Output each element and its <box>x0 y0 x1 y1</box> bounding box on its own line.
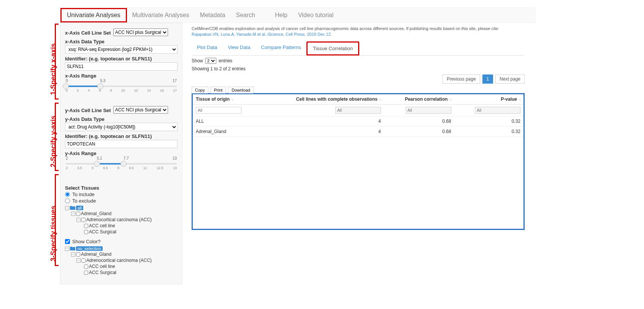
radio-include-input[interactable] <box>65 192 70 197</box>
tree-node-cell[interactable]: ACC cell line <box>89 223 115 228</box>
copy-button[interactable]: Copy <box>192 87 208 93</box>
tab-video[interactable]: Video tutorial <box>293 8 339 22</box>
tree-toggle[interactable]: − <box>65 206 69 210</box>
sort-icon: ↑↓ <box>379 98 381 101</box>
show-entries: Show 2 entries <box>192 58 525 64</box>
filter-n[interactable] <box>335 107 381 114</box>
tab-univariate[interactable]: Univariate Analyses <box>60 8 127 22</box>
col-p[interactable]: P-value↑↓ <box>454 94 523 105</box>
radio-include[interactable]: To include <box>65 192 178 197</box>
y-id-input[interactable] <box>65 140 178 148</box>
tab-multivariate[interactable]: Multivariate Analyses <box>127 8 195 22</box>
y-datatype-select[interactable]: act: Drug Activity (-log10[IC50M]) <box>65 123 178 131</box>
controls-panel: x-Axis Cell Line Set ACC NCI plus Surgic… <box>60 23 182 284</box>
sort-icon: ↑↓ <box>449 98 451 101</box>
x-range-label: x-Axis Range <box>65 73 178 79</box>
cell-n: 4 <box>262 116 384 126</box>
cell-p: 0.32 <box>454 126 523 136</box>
tree-node-adrenal[interactable]: Adrenal_Gland <box>81 252 111 257</box>
label-specify-x: 1-Specify x-axis <box>49 43 57 95</box>
folder-icon <box>70 206 75 210</box>
sort-icon: ↑↓ <box>231 98 233 101</box>
tree-checkbox[interactable] <box>84 271 88 275</box>
x-datatype-select[interactable]: xsq: RNA-seq Expression (log2 FPKM+1) <box>65 45 178 54</box>
tree-node-acc[interactable]: Adrenocortical carcinoma (ACC) <box>86 217 152 222</box>
show-color-input[interactable] <box>65 239 70 244</box>
label-specify-tissues: 3-Specify tissues <box>49 206 57 261</box>
tree-checkbox[interactable] <box>76 252 80 257</box>
tab-search[interactable]: Search <box>231 8 261 22</box>
page-1-button[interactable]: 1 <box>482 74 493 84</box>
sub-tabs: Plot Data View Data Compare Patterns Tis… <box>192 41 525 55</box>
results-table: Tissue of origin↑↓ Cell lines with compl… <box>193 94 523 137</box>
x-datatype-label: x-Axis Data Type <box>65 39 178 44</box>
tree-checkbox[interactable] <box>81 218 86 222</box>
tree-node-surg[interactable]: ACC Surgical <box>89 270 116 275</box>
x-id-input[interactable] <box>65 62 178 71</box>
tree-toggle[interactable]: − <box>71 252 75 257</box>
tree-node-adrenal[interactable]: Adrenal_Gland <box>81 211 111 216</box>
results-table-frame: Tissue of origin↑↓ Cell lines with compl… <box>192 93 525 230</box>
tree-node-surg[interactable]: ACC Surgical <box>89 229 116 235</box>
tissue-tree-color: −no_selection −Adrenal_Gland −Adrenocort… <box>65 246 178 276</box>
tree-checkbox[interactable] <box>84 265 88 269</box>
subtab-view[interactable]: View Data <box>222 41 255 55</box>
x-cellset-select[interactable]: ACC NCI plus Surgical <box>113 29 168 36</box>
cell-n: 4 <box>262 126 384 136</box>
tree-checkbox[interactable] <box>84 230 88 234</box>
cell-p: 0.32 <box>454 116 523 126</box>
main-panel: CellMinerCDB enables exploration and ana… <box>182 23 532 284</box>
subtab-plot[interactable]: Plot Data <box>192 41 222 55</box>
pagination: Previous page 1 Next page <box>192 74 525 84</box>
y-range-label: y-Axis Range <box>65 151 178 156</box>
y-cellset-select[interactable]: ACC NCI plus Surgical <box>113 106 168 114</box>
col-tissue[interactable]: Tissue of origin↑↓ <box>193 94 262 105</box>
x-range-slider[interactable]: 0 5.3 17 024681012141617 <box>66 80 177 95</box>
entries-select[interactable]: 2 <box>205 58 216 64</box>
tree-root-noselection[interactable]: no_selection <box>76 246 103 251</box>
col-r[interactable]: Pearson correlation↑↓ <box>384 94 454 105</box>
radio-exclude[interactable]: To exclude <box>65 198 178 204</box>
col-n[interactable]: Cell lines with complete observations↑↓ <box>262 94 384 105</box>
tree-root-all[interactable]: all <box>76 206 83 210</box>
tree-checkbox[interactable] <box>81 258 86 263</box>
citation-link[interactable]: Rajapakse.VN, Luna.A, Yamade.M et al. iS… <box>192 32 332 36</box>
y-range-slider[interactable]: 2 5.1 7.7 13 23.556.589.51112.513 <box>66 158 177 173</box>
tree-node-acc[interactable]: Adrenocortical carcinoma (ACC) <box>86 258 152 263</box>
subtab-compare[interactable]: Compare Patterns <box>256 41 307 55</box>
cell-r: 0.68 <box>384 116 454 126</box>
filter-tissue[interactable] <box>196 107 241 114</box>
print-button[interactable]: Print <box>211 87 226 93</box>
download-button[interactable]: Download <box>228 87 254 93</box>
folder-icon <box>70 246 75 251</box>
radio-exclude-input[interactable] <box>65 198 70 203</box>
tree-toggle[interactable]: − <box>71 212 75 216</box>
table-info: Showing 1 to 2 of 2 entries <box>192 66 525 71</box>
tree-checkbox[interactable] <box>76 212 80 216</box>
tree-toggle[interactable]: − <box>76 258 81 263</box>
x-cellset-label: x-Axis Cell Line Set <box>65 30 111 36</box>
tree-node-cell[interactable]: ACC cell line <box>89 264 115 269</box>
x-id-label: Identifier: (e.g. topotecan or SLFN11) <box>65 56 178 62</box>
tree-toggle[interactable]: − <box>76 218 81 222</box>
cell-r: 0.68 <box>384 126 454 136</box>
cell-tissue: ALL <box>193 116 262 126</box>
cell-tissue: Adrenal_Gland <box>193 126 262 136</box>
intro-text: CellMinerCDB enables exploration and ana… <box>192 26 525 38</box>
tree-checkbox[interactable] <box>84 224 88 228</box>
tree-toggle[interactable]: − <box>65 247 69 251</box>
tab-metadata[interactable]: Metadata <box>195 8 231 22</box>
table-row: Adrenal_Gland 4 0.68 0.32 <box>193 126 523 136</box>
subtab-tissue-corr[interactable]: Tissue Correlation <box>306 41 359 55</box>
y-cellset-label: y-Axis Cell Line Set <box>65 108 111 113</box>
annotation-sidebar: 1-Specify x-axis 2-Specify y-axis 3-Spec… <box>38 23 60 284</box>
filter-p[interactable] <box>475 107 520 114</box>
y-id-label: Identifier: (e.g. topotecan or SLFN11) <box>65 133 178 139</box>
filter-r[interactable] <box>406 107 451 114</box>
tab-help[interactable]: Help <box>270 8 293 22</box>
next-page-button[interactable]: Next page <box>495 74 525 84</box>
prev-page-button[interactable]: Previous page <box>443 74 480 84</box>
show-color-checkbox[interactable]: Show Color? <box>65 239 178 244</box>
sort-icon: ↑↓ <box>519 98 520 101</box>
table-row: ALL 4 0.68 0.32 <box>193 116 523 126</box>
